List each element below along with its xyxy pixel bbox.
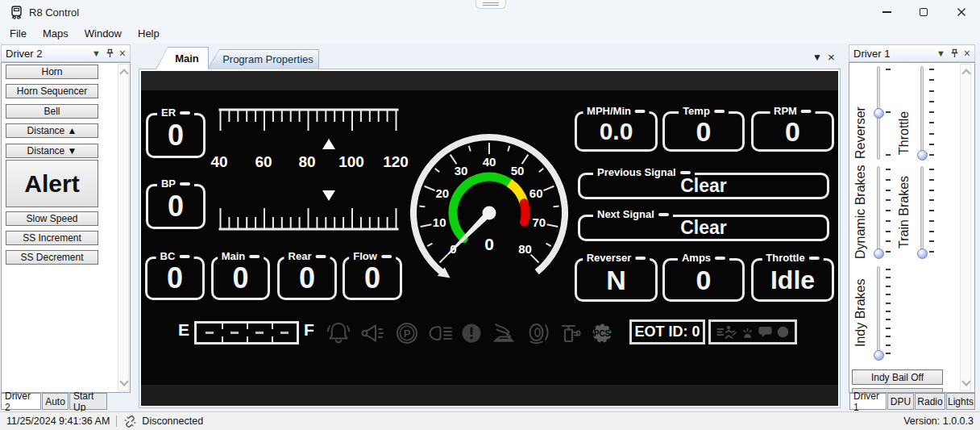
mph-min-gauge: MPH/Min 0.0: [575, 111, 658, 152]
ruler-number: 60: [246, 153, 281, 171]
next-signal-box: Next Signal Clear: [578, 215, 829, 241]
er-pointer-icon: [322, 139, 335, 149]
train-brakes-slider-thumb[interactable]: [917, 248, 928, 259]
svg-text:60: 60: [529, 186, 543, 200]
indy-brakes-slider-label: Indy Brakes: [853, 265, 869, 361]
status-bar: 11/25/2024 9:41:36 AM Disconnected Versi…: [0, 411, 980, 430]
right-panel-close-icon[interactable]: ×: [964, 47, 970, 60]
throttle-slider-track[interactable]: [920, 66, 924, 160]
horn-sequencer-button[interactable]: Horn Sequencer: [6, 84, 98, 98]
fuel-full-label: F: [304, 320, 314, 340]
rear-gauge: Rear 0: [277, 257, 337, 300]
indy-brakes-slider-ticks: [886, 269, 891, 354]
train-brakes-slider-track[interactable]: [920, 166, 924, 258]
left-tab-auto[interactable]: Auto: [42, 393, 69, 410]
reverser-slider-thumb[interactable]: [874, 108, 884, 119]
left-panel-scrollbar[interactable]: [118, 64, 129, 391]
right-tab-driver1[interactable]: Driver 1: [849, 393, 887, 410]
speedometer: 010203040506070800: [401, 123, 578, 300]
slow-speed-button[interactable]: Slow Speed: [6, 211, 98, 226]
ruler-number: 40: [201, 153, 237, 171]
horn-button[interactable]: Horn: [6, 65, 98, 79]
dynamic-brakes-slider-label: Dynamic Brakes: [853, 160, 869, 265]
tabstrip-close-icon[interactable]: ×: [828, 50, 835, 64]
ss-increment-button[interactable]: SS Increment: [6, 231, 98, 245]
indy-bail-off-button[interactable]: Indy Bail Off: [852, 369, 943, 385]
right-panel-scrollbar[interactable]: [960, 64, 971, 391]
ruler-number: 100: [334, 153, 369, 171]
right-panel-menu-icon[interactable]: ▼: [936, 48, 945, 58]
dashboard: ER 0 BP 0 BC 0 Main 0 Rear 0 Flow 0 40 6…: [141, 71, 838, 406]
indy-brakes-slider-track[interactable]: [877, 266, 880, 360]
scroll-down-icon[interactable]: [119, 377, 128, 386]
alert-button[interactable]: Alert: [6, 160, 98, 207]
right-panel-pin-icon[interactable]: [950, 48, 959, 58]
maximize-button[interactable]: [906, 0, 941, 24]
tab-main[interactable]: Main: [156, 47, 209, 69]
left-panel-pin-icon[interactable]: [106, 48, 114, 58]
right-tab-dpu[interactable]: DPU: [887, 393, 914, 410]
window-title: R8 Control: [29, 6, 79, 19]
ss-decrement-button[interactable]: SS Decrement: [6, 250, 98, 265]
train-brakes-slider-ticks: [929, 169, 934, 253]
right-tab-lights[interactable]: Lights: [946, 393, 975, 410]
speed-readout: 0: [484, 235, 494, 253]
record-dot-icon: [777, 326, 789, 338]
scroll-up-icon[interactable]: [119, 69, 128, 77]
left-panel-close-icon[interactable]: ×: [119, 47, 126, 60]
title-bar: R8 Control: [0, 0, 980, 24]
close-button[interactable]: [944, 0, 979, 24]
dynamic-brakes-slider-track[interactable]: [877, 166, 880, 258]
right-panel-title: Driver 1: [853, 48, 891, 60]
indy-brakes-slider-thumb[interactable]: [874, 350, 884, 361]
warning-icon: [457, 319, 486, 348]
throttle-slider-thumb[interactable]: [917, 150, 928, 161]
dynamic-brakes-slider-thumb[interactable]: [874, 248, 884, 259]
eot-arm-icon: [716, 324, 737, 341]
rpm-gauge: RPM 0: [751, 111, 834, 152]
throttle-slider-ticks: [929, 69, 934, 156]
left-panel-title: Driver 2: [6, 48, 43, 60]
snap-grabber-handle[interactable]: [475, 0, 506, 9]
svg-text:80: 80: [518, 242, 532, 256]
menu-maps[interactable]: Maps: [35, 26, 77, 41]
svg-text:30: 30: [455, 164, 468, 177]
menu-file[interactable]: File: [2, 26, 35, 41]
bp-gauge: BP 0: [146, 184, 206, 229]
headlight-icon: [427, 319, 456, 348]
menu-help[interactable]: Help: [130, 26, 168, 41]
menu-bar: File Maps Window Help: [0, 24, 980, 43]
svg-text:70: 70: [532, 215, 546, 229]
pressure-ruler-top: [218, 108, 400, 134]
pressure-ruler-bottom: [218, 205, 400, 231]
distance-down-button[interactable]: Distance ▼: [6, 144, 98, 158]
minimize-button[interactable]: [869, 0, 904, 24]
left-panel-header[interactable]: Driver 2 ▼ ×: [1, 44, 131, 62]
fuel-empty-label: E: [178, 320, 189, 340]
left-panel-menu-icon[interactable]: ▼: [92, 48, 101, 58]
scroll-up-icon[interactable]: [961, 69, 970, 77]
ruler-number: 80: [289, 153, 325, 171]
right-panel-header[interactable]: Driver 1 ▼ ×: [849, 44, 975, 62]
horn-icon: [358, 319, 387, 348]
disconnected-link-icon: [123, 415, 137, 428]
left-tab-startup[interactable]: Start Up: [69, 393, 107, 410]
park-brake-icon: P: [392, 319, 421, 348]
left-tab-driver2[interactable]: Driver 2: [1, 393, 41, 410]
throttle-gauge: Throttle Idle: [751, 258, 834, 302]
eot-light-icon: [741, 325, 754, 340]
right-tab-radio[interactable]: Radio: [915, 393, 945, 410]
previous-signal-box: Previous Signal Clear: [578, 173, 829, 199]
fuel-pump-icon: [554, 319, 583, 348]
app-train-icon: [9, 5, 24, 23]
eot-id-label: EOT ID: 0: [634, 324, 700, 340]
svg-text:20: 20: [435, 186, 449, 200]
bell-button[interactable]: Bell: [6, 104, 98, 119]
menu-window[interactable]: Window: [77, 26, 130, 41]
sander-icon: [489, 319, 518, 348]
scroll-down-icon[interactable]: [961, 377, 970, 386]
distance-up-button[interactable]: Distance ▲: [6, 123, 98, 138]
tab-program-properties[interactable]: Program Properties: [207, 49, 319, 69]
er-gauge: ER 0: [146, 113, 206, 158]
tabstrip-dropdown-icon[interactable]: ▼: [812, 52, 822, 63]
